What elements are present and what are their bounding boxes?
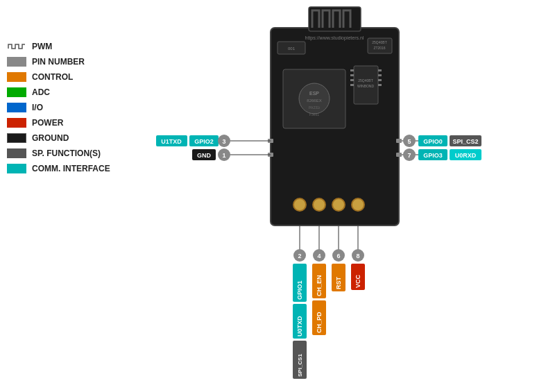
svg-rect-20 [350, 69, 354, 71]
svg-text:001: 001 [288, 46, 296, 51]
svg-point-29 [313, 198, 325, 211]
svg-text:ESP: ESP [309, 91, 319, 96]
badge-gpio3: GPIO3 [423, 152, 443, 159]
badge-splcs1: SPI_CS1 [297, 354, 303, 377]
badge-chpd: CH_PD [316, 312, 323, 333]
badge-splcs2: SPI_CS2 [452, 138, 478, 145]
badge-num5: 5 [407, 138, 411, 145]
svg-text:WINBOND: WINBOND [357, 84, 375, 88]
badge-vcc: VCC [355, 274, 361, 288]
svg-rect-18 [378, 79, 382, 81]
badge-u0rxd: U0RXD [455, 152, 477, 159]
svg-rect-27 [396, 153, 402, 157]
svg-text:PA231i: PA231i [309, 105, 320, 110]
badge-gpio0: GPIO0 [423, 138, 443, 145]
badge-num8: 8 [356, 253, 359, 259]
main-container: PWM PIN NUMBER CONTROL ADC I/O POWER [0, 0, 555, 392]
svg-rect-19 [378, 84, 382, 86]
svg-text:25Q40BT: 25Q40BT [372, 40, 386, 44]
svg-rect-21 [350, 74, 354, 76]
svg-rect-17 [378, 74, 382, 76]
svg-text:8266EX: 8266EX [307, 99, 321, 103]
badge-rst: RST [335, 276, 342, 289]
svg-rect-23 [350, 84, 354, 86]
svg-text:25Q40BT: 25Q40BT [358, 78, 373, 83]
badge-num6: 6 [336, 253, 340, 259]
board-url: https://www.studiopieters.nl [305, 35, 364, 41]
svg-rect-16 [378, 69, 382, 71]
badge-gnd: GND [197, 152, 212, 159]
badge-chen: CH_EN [316, 275, 323, 296]
svg-point-31 [352, 198, 364, 211]
badge-gpio2: GPIO2 [194, 138, 214, 145]
badge-u0txd: U0TXD [296, 316, 303, 336]
badge-num4: 4 [317, 253, 321, 259]
svg-point-28 [293, 198, 306, 211]
svg-rect-22 [350, 79, 354, 81]
badge-u1txd: U1TXD [161, 138, 182, 145]
badge-gpio1: GPIO1 [296, 280, 303, 300]
badge-num2: 2 [298, 253, 301, 259]
svg-rect-26 [396, 139, 402, 143]
svg-text:ZT2016: ZT2016 [373, 46, 385, 50]
diagram-svg: https://www.studiopieters.nl 001 25Q40BT… [0, 0, 555, 392]
badge-num1: 1 [222, 152, 225, 159]
badge-num7: 7 [407, 152, 411, 159]
svg-text:F3651: F3651 [309, 112, 319, 117]
badge-num3: 3 [222, 138, 225, 145]
svg-point-30 [332, 198, 345, 211]
